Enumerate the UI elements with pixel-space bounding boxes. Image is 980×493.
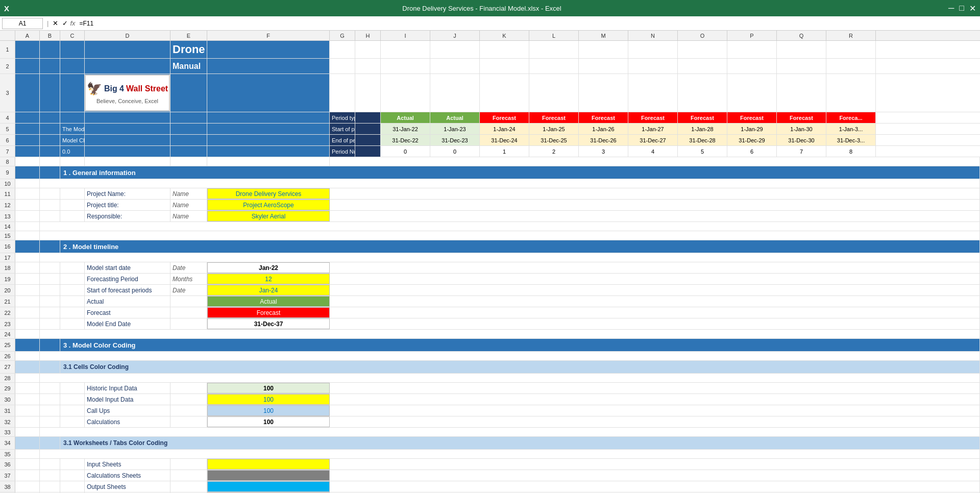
cell-c4[interactable] bbox=[60, 112, 85, 123]
cell-b11[interactable] bbox=[40, 188, 60, 199]
cell-rest-12[interactable] bbox=[330, 200, 980, 210]
cell-c18[interactable] bbox=[60, 262, 85, 273]
cell-b31[interactable] bbox=[40, 405, 60, 416]
col-header-e[interactable]: E bbox=[170, 31, 207, 40]
cell-e21[interactable] bbox=[170, 296, 207, 307]
col-header-i[interactable]: I bbox=[381, 31, 430, 40]
cell-b12[interactable] bbox=[40, 200, 60, 210]
cell-b20[interactable] bbox=[40, 285, 60, 295]
cell-j1[interactable] bbox=[430, 41, 480, 58]
cell-a10[interactable] bbox=[15, 179, 40, 188]
minimize-button[interactable]: ─ bbox=[948, 4, 954, 13]
cell-d2[interactable] bbox=[85, 59, 170, 73]
cell-b36[interactable] bbox=[40, 459, 60, 470]
cell-rest-10[interactable] bbox=[40, 179, 980, 188]
cell-n1[interactable] bbox=[628, 41, 678, 58]
cell-e37[interactable] bbox=[170, 470, 207, 481]
cell-a36[interactable] bbox=[15, 459, 40, 470]
cell-b37[interactable] bbox=[40, 470, 60, 481]
cell-a6[interactable] bbox=[15, 135, 40, 145]
cell-e8[interactable] bbox=[170, 157, 207, 166]
project-title-cell[interactable]: Drone Delivery Services bbox=[170, 41, 207, 58]
cell-e22[interactable] bbox=[170, 307, 207, 318]
cell-a29[interactable] bbox=[15, 383, 40, 393]
cell-a31[interactable] bbox=[15, 405, 40, 416]
cell-f2[interactable] bbox=[207, 59, 330, 73]
col-header-q[interactable]: Q bbox=[777, 31, 826, 40]
cell-h2[interactable] bbox=[355, 59, 381, 73]
cell-n3[interactable] bbox=[628, 74, 678, 112]
cell-rest-21[interactable] bbox=[330, 296, 980, 307]
cell-e32[interactable] bbox=[170, 416, 207, 427]
cell-c3[interactable] bbox=[60, 74, 85, 112]
cell-e38[interactable] bbox=[170, 481, 207, 492]
col-header-f[interactable]: F bbox=[207, 31, 330, 40]
cell-k1[interactable] bbox=[480, 41, 529, 58]
call-ups-value[interactable]: 100 bbox=[207, 405, 330, 416]
cell-a3[interactable] bbox=[15, 74, 40, 112]
cell-c31[interactable] bbox=[60, 405, 85, 416]
cell-o1[interactable] bbox=[678, 41, 727, 58]
cell-b8[interactable] bbox=[40, 157, 60, 166]
cell-d4[interactable] bbox=[85, 112, 170, 123]
cell-f1[interactable] bbox=[207, 41, 330, 58]
cell-b3[interactable] bbox=[40, 74, 60, 112]
responsible-value[interactable]: Skyler Aerial bbox=[207, 211, 330, 221]
cell-e31[interactable] bbox=[170, 405, 207, 416]
cell-e29[interactable] bbox=[170, 383, 207, 393]
cell-r3[interactable] bbox=[826, 74, 876, 112]
cell-c30[interactable] bbox=[60, 394, 85, 405]
model-input-value[interactable]: 100 bbox=[207, 394, 330, 405]
cell-f3[interactable] bbox=[207, 74, 330, 112]
cell-a18[interactable] bbox=[15, 262, 40, 273]
cell-rest-15[interactable] bbox=[40, 231, 980, 240]
model-end-date-value[interactable]: 31-Dec-37 bbox=[207, 318, 330, 329]
cell-rest-32[interactable] bbox=[330, 416, 980, 427]
cell-f8[interactable] bbox=[207, 157, 330, 166]
cell-d3[interactable]: 🦅 Big 4 Wall Street Believe, Conceive, E… bbox=[85, 74, 170, 112]
close-button[interactable]: ✕ bbox=[969, 4, 976, 13]
col-header-a[interactable]: A bbox=[15, 31, 40, 40]
cell-d7[interactable] bbox=[85, 146, 170, 157]
cell-c32[interactable] bbox=[60, 416, 85, 427]
cell-q3[interactable] bbox=[777, 74, 826, 112]
cell-b25[interactable] bbox=[40, 339, 60, 351]
cell-rest-17[interactable] bbox=[40, 253, 980, 262]
cell-b2[interactable] bbox=[40, 59, 60, 73]
cell-e6[interactable] bbox=[170, 135, 207, 145]
cell-g2[interactable] bbox=[330, 59, 355, 73]
cancel-formula-button[interactable]: ✕ bbox=[51, 19, 60, 27]
cell-b29[interactable] bbox=[40, 383, 60, 393]
cell-a33[interactable] bbox=[15, 428, 40, 436]
cell-a23[interactable] bbox=[15, 318, 40, 329]
cell-i1[interactable] bbox=[381, 41, 430, 58]
cell-k3[interactable] bbox=[480, 74, 529, 112]
cell-l2[interactable] bbox=[529, 59, 579, 73]
cell-a20[interactable] bbox=[15, 285, 40, 295]
cell-e23[interactable] bbox=[170, 318, 207, 329]
cell-rest-13[interactable] bbox=[330, 211, 980, 221]
cell-m3[interactable] bbox=[579, 74, 628, 112]
project-name-value[interactable]: Drone Delivery Services bbox=[207, 188, 330, 199]
cell-d8[interactable] bbox=[85, 157, 170, 166]
cell-b13[interactable] bbox=[40, 211, 60, 221]
col-header-k[interactable]: K bbox=[480, 31, 529, 40]
cell-a7[interactable] bbox=[15, 146, 40, 157]
cell-i3[interactable] bbox=[381, 74, 430, 112]
cell-rest-23[interactable] bbox=[330, 318, 980, 329]
cell-rest-22[interactable] bbox=[330, 307, 980, 318]
col-header-g[interactable]: G bbox=[330, 31, 355, 40]
cell-c23[interactable] bbox=[60, 318, 85, 329]
cell-a30[interactable] bbox=[15, 394, 40, 405]
cell-rest-18[interactable] bbox=[330, 262, 980, 273]
confirm-formula-button[interactable]: ✓ bbox=[60, 19, 70, 27]
col-header-o[interactable]: O bbox=[678, 31, 727, 40]
cell-p3[interactable] bbox=[727, 74, 777, 112]
cell-h3[interactable] bbox=[355, 74, 381, 112]
cell-o3[interactable] bbox=[678, 74, 727, 112]
cell-f6[interactable] bbox=[207, 135, 330, 145]
cell-c20[interactable] bbox=[60, 285, 85, 295]
cell-b22[interactable] bbox=[40, 307, 60, 318]
cell-p2[interactable] bbox=[727, 59, 777, 73]
model-start-date-value[interactable]: Jan-22 bbox=[207, 262, 330, 273]
